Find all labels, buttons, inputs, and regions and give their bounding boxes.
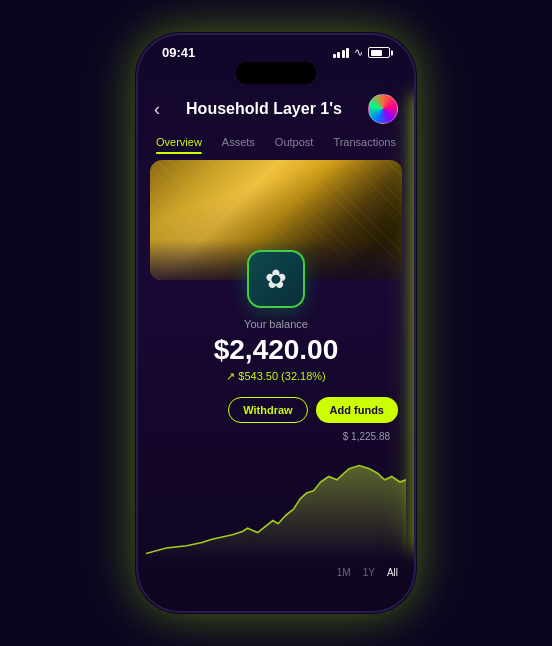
page-title: Household Layer 1's bbox=[186, 100, 342, 118]
chart-svg bbox=[146, 449, 406, 559]
chart-high-label: $ 1,225.88 bbox=[343, 431, 390, 442]
phone-screen: 09:41 ∿ ‹ Household Layer 1's bbox=[138, 35, 414, 611]
status-time: 09:41 bbox=[162, 45, 195, 60]
chart-tab-1m[interactable]: 1M bbox=[337, 567, 351, 578]
action-buttons: Withdraw Add funds bbox=[154, 397, 398, 423]
status-bar: 09:41 ∿ bbox=[138, 35, 414, 64]
dynamic-island bbox=[236, 62, 316, 84]
balance-change-text: ↗ $543.50 (32.18%) bbox=[226, 370, 326, 383]
wifi-icon: ∿ bbox=[354, 46, 363, 59]
avatar[interactable] bbox=[368, 94, 398, 124]
header: ‹ Household Layer 1's bbox=[138, 90, 414, 132]
signal-icon bbox=[333, 48, 350, 58]
hero-section: ✿ bbox=[150, 160, 402, 280]
chart-tab-1y[interactable]: 1Y bbox=[363, 567, 375, 578]
content-area: Your balance $2,420.00 ↗ $543.50 (32.18%… bbox=[138, 280, 414, 611]
add-funds-button[interactable]: Add funds bbox=[316, 397, 398, 423]
tab-transactions[interactable]: Transactions bbox=[327, 132, 402, 152]
tab-bar: Overview Assets Outpost Transactions bbox=[138, 132, 414, 160]
tab-outpost[interactable]: Outpost bbox=[269, 132, 320, 152]
balance-label: Your balance bbox=[154, 318, 398, 330]
tab-assets[interactable]: Assets bbox=[216, 132, 261, 152]
balance-amount: $2,420.00 bbox=[154, 334, 398, 366]
battery-icon bbox=[368, 47, 390, 58]
tab-overview[interactable]: Overview bbox=[150, 132, 208, 152]
status-icons: ∿ bbox=[333, 46, 391, 59]
chart-tab-all[interactable]: All bbox=[387, 567, 398, 578]
logo-card: ✿ bbox=[247, 250, 305, 308]
balance-change: ↗ $543.50 (32.18%) bbox=[154, 370, 398, 383]
logo-icon: ✿ bbox=[265, 264, 287, 295]
back-button[interactable]: ‹ bbox=[154, 99, 160, 120]
withdraw-button[interactable]: Withdraw bbox=[228, 397, 307, 423]
chart-time-tabs: 1M 1Y All bbox=[146, 567, 406, 578]
chart-area: $ 1,225.88 1M 1Y All bbox=[146, 431, 406, 561]
phone-frame: 09:41 ∿ ‹ Household Layer 1's bbox=[136, 33, 416, 613]
